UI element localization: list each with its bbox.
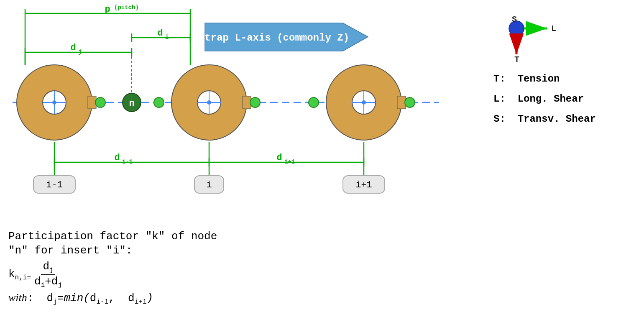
formula-line2: "n" for insert "i": — [8, 244, 217, 257]
formula-fraction-row: kn,i= dj di+dj — [8, 260, 217, 289]
svg-point-28 — [309, 97, 319, 107]
svg-point-29 — [405, 97, 415, 107]
svg-point-17 — [207, 100, 211, 105]
right-panel: L T S T: Tension L: Long. Shear S: Trans… — [481, 4, 640, 138]
L-axis-label: L — [551, 24, 556, 33]
min-italic: min( — [64, 292, 89, 304]
legend-S-label: S: — [493, 113, 506, 125]
svg-text:i: i — [165, 34, 169, 41]
insert-i-plus1-label: i+1 — [355, 180, 372, 190]
formula-line1: Participation factor "k" of node — [8, 230, 217, 243]
main-container: i-1 i i+1 n — [0, 0, 644, 312]
svg-point-9 — [52, 100, 56, 105]
svg-point-26 — [362, 100, 366, 105]
legend-S-text: Transv. Shear — [518, 113, 596, 125]
fraction-denominator: di+dj — [33, 275, 64, 289]
svg-text:(pitch): (pitch) — [114, 4, 139, 11]
formula-with-line: with: dj=min(di-1, di+1) — [8, 292, 217, 306]
di-minus1-label: d — [114, 153, 120, 163]
pitch-label: p — [105, 4, 110, 15]
svg-text:i+1: i+1 — [284, 159, 295, 165]
strap-label: Strap L-axis (commonly Z) — [199, 32, 349, 43]
formula-k-subscript: kn,i= — [8, 268, 31, 281]
legend-container: T: Tension L: Long. Shear S: Transv. She… — [493, 69, 627, 129]
fraction-numerator: dj — [41, 260, 55, 275]
legend-L-text: Long. Shear — [518, 93, 584, 105]
legend-S: S: Transv. Shear — [493, 109, 627, 129]
legend-T-text: Tension — [518, 73, 560, 84]
insert-i-minus1-label: i-1 — [46, 180, 63, 190]
svg-point-19 — [154, 97, 164, 107]
legend-L-label: L: — [493, 93, 506, 105]
formula-section: Participation factor "k" of node "n" for… — [8, 230, 217, 306]
T-axis-label: T — [514, 55, 519, 63]
legend-L: L: Long. Shear — [493, 89, 627, 109]
axis-diagram: L T S — [493, 13, 560, 63]
di-label-top: d — [157, 28, 163, 38]
di-plus1-label: d — [276, 153, 282, 163]
legend-T-label: T: — [493, 73, 506, 84]
insert-i-label: i — [206, 180, 212, 190]
formula-fraction: dj di+dj — [33, 260, 64, 289]
S-axis-label: S — [512, 15, 517, 24]
legend-T: T: Tension — [493, 69, 627, 89]
dj-label-top: d — [70, 43, 76, 53]
svg-text:j: j — [78, 49, 82, 55]
svg-point-20 — [250, 97, 260, 107]
with-italic: with — [8, 292, 27, 304]
svg-point-11 — [95, 97, 105, 107]
main-diagram: i-1 i i+1 n — [0, 0, 485, 217]
svg-text:i-1: i-1 — [122, 159, 133, 165]
